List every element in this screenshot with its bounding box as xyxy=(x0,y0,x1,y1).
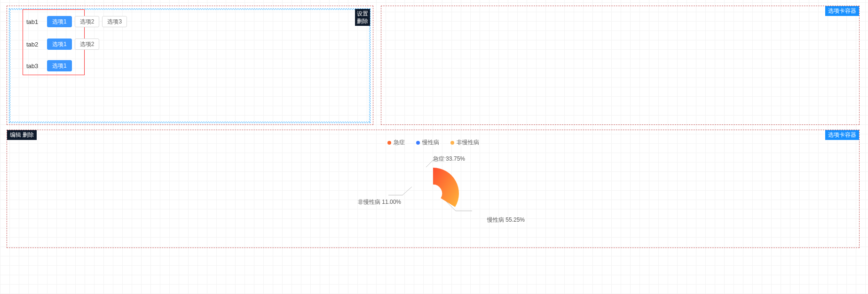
action-delete[interactable]: 删除 xyxy=(357,17,368,25)
tabs-group-1-label: tab1 xyxy=(26,18,41,25)
container-badge: 选项卡容器 xyxy=(825,130,859,140)
tab-container-2[interactable]: 选项卡容器 xyxy=(381,6,860,125)
legend-text: 慢性病 xyxy=(422,139,439,147)
tabs-group-1: tab1 选项1 选项2 选项3 xyxy=(26,16,127,27)
tab-option[interactable]: 选项1 xyxy=(47,16,72,27)
chart-legend: 急症 慢性病 非慢性病 xyxy=(311,139,555,147)
legend-text: 急症 xyxy=(394,139,405,147)
legend-dot-icon xyxy=(387,141,391,145)
action-delete[interactable]: 删除 xyxy=(23,132,34,138)
tabs-group-2-label: tab2 xyxy=(26,41,41,48)
leader-line-icon xyxy=(426,155,454,170)
legend-item[interactable]: 慢性病 xyxy=(416,139,439,147)
tabs-group-3-label: tab3 xyxy=(26,62,41,70)
legend-dot-icon xyxy=(450,141,454,145)
legend-dot-icon xyxy=(416,141,420,145)
edit-delete-badge[interactable]: 编辑 删除 xyxy=(7,130,37,140)
leader-line-icon xyxy=(388,187,412,199)
action-edit[interactable]: 编辑 xyxy=(10,132,21,138)
donut-chart: 急症 慢性病 非慢性病 急症 33.75% 慢性病 55.25% 非慢性病 11… xyxy=(311,134,555,247)
legend-item[interactable]: 非慢性病 xyxy=(450,139,479,147)
tab-option[interactable]: 选项1 xyxy=(47,60,72,71)
tab-container-3[interactable]: 选项卡容器 编辑 删除 急症 慢性病 非慢性病 急症 33.75% 慢性病 xyxy=(7,130,860,248)
legend-item[interactable]: 急症 xyxy=(387,139,405,147)
leader-line-icon xyxy=(446,201,474,216)
tab-option[interactable]: 选项1 xyxy=(47,39,72,50)
tab-option[interactable]: 选项2 xyxy=(75,39,100,50)
tabs-group-2: tab2 选项1 选项2 xyxy=(26,39,99,50)
action-settings[interactable]: 设置 xyxy=(357,10,368,17)
slice-label: 非慢性病 11.00% xyxy=(358,198,401,206)
tabs-group-3: tab3 选项1 xyxy=(26,60,72,71)
tab-option[interactable]: 选项2 xyxy=(75,16,100,27)
slice-label: 慢性病 55.25% xyxy=(487,216,525,224)
donut-wrap: 急症 33.75% 慢性病 55.25% 非慢性病 11.00% xyxy=(311,147,555,240)
tab-option[interactable]: 选项3 xyxy=(102,16,127,27)
selection-actions: 设置 删除 xyxy=(355,9,370,26)
donut-slice[interactable] xyxy=(417,168,433,186)
legend-text: 非慢性病 xyxy=(457,139,479,147)
container-badge: 选项卡容器 xyxy=(825,6,859,16)
